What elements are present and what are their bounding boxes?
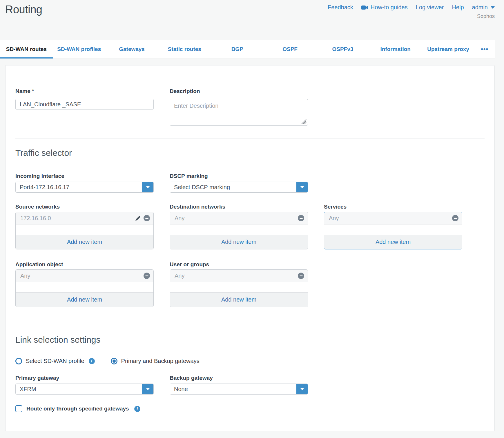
list-item-label: Any <box>20 273 144 279</box>
tab-static-routes[interactable]: Static routes <box>158 40 211 59</box>
destination-networks-label: Destination networks <box>170 204 308 210</box>
traffic-selector-heading: Traffic selector <box>15 148 485 158</box>
incoming-interface-label: Incoming interface <box>15 173 154 179</box>
description-label: Description <box>170 88 308 94</box>
source-networks-field: Source networks 172.16.16.0 Add new item <box>15 204 154 249</box>
routing-page: Routing Feedback How-to guides Log viewe… <box>0 0 504 438</box>
list-item: Any <box>170 270 308 282</box>
destination-networks-listbox: Any Add new item <box>170 212 308 249</box>
add-new-item-button[interactable]: Add new item <box>324 235 462 249</box>
user-or-groups-label: User or groups <box>170 261 308 268</box>
primary-gateway-label: Primary gateway <box>15 375 154 381</box>
list-empty-area <box>16 225 153 235</box>
remove-icon[interactable] <box>144 215 150 221</box>
application-object-field: Application object Any Add new item <box>15 261 154 307</box>
tenant-label: Sophos <box>477 13 495 19</box>
name-field-group: Name * <box>15 88 154 127</box>
list-item-label: 172.16.16.0 <box>20 215 135 222</box>
feedback-link[interactable]: Feedback <box>328 4 353 11</box>
list-empty-area <box>16 282 153 292</box>
services-listbox: Any Add new item <box>324 212 462 249</box>
link-selection-options: Select SD-WAN profile i Primary and Back… <box>15 358 485 364</box>
radio-label: Primary and Backup gateways <box>121 358 200 364</box>
section-divider <box>15 327 485 327</box>
caret-down-icon <box>146 388 150 390</box>
services-field: Services Any Add new item <box>324 204 462 249</box>
list-item-label: Any <box>329 215 452 222</box>
tab-upstream-proxy[interactable]: Upstream proxy <box>422 40 475 59</box>
radio-option-primary-backup: Primary and Backup gateways <box>111 358 200 364</box>
section-divider <box>15 138 485 138</box>
header-links: Feedback How-to guides Log viewer Help a… <box>328 4 495 11</box>
admin-menu[interactable]: admin <box>472 4 495 11</box>
application-object-label: Application object <box>15 261 154 268</box>
route-only-checkbox[interactable] <box>15 405 22 412</box>
dropdown-button[interactable] <box>142 384 154 395</box>
destination-networks-field: Destination networks Any Add new item <box>170 204 308 249</box>
primary-gateway-field: Primary gateway XFRM <box>15 375 154 395</box>
incoming-interface-select[interactable]: Port4-172.16.16.17 <box>15 182 154 193</box>
page-header: Routing Feedback How-to guides Log viewe… <box>0 0 504 40</box>
sd-wan-route-form: Name * Description Traffic selector <box>5 65 495 431</box>
add-new-item-button[interactable]: Add new item <box>16 235 153 249</box>
list-empty-area <box>170 225 308 235</box>
radio-sdwan-profile[interactable] <box>15 358 22 364</box>
route-only-option: Route only through specified gateways i <box>15 405 485 412</box>
howto-guides-link[interactable]: How-to guides <box>361 4 408 11</box>
info-icon[interactable]: i <box>134 406 140 412</box>
list-item: 172.16.16.0 <box>16 212 153 225</box>
description-textarea[interactable] <box>170 99 308 126</box>
tab-gateways[interactable]: Gateways <box>106 40 158 59</box>
tab-sd-wan-routes[interactable]: SD-WAN routes <box>0 40 53 59</box>
radio-primary-backup-gateways[interactable] <box>111 358 117 364</box>
page-title: Routing <box>5 3 42 16</box>
caret-down-icon <box>146 186 150 188</box>
list-empty-area <box>324 225 462 235</box>
description-field-group: Description <box>170 88 308 127</box>
tab-overflow-menu[interactable]: ••• <box>474 40 495 59</box>
application-object-listbox: Any Add new item <box>15 269 154 307</box>
tab-ospf[interactable]: OSPF <box>264 40 316 59</box>
dscp-marking-select[interactable]: Select DSCP marking <box>170 182 308 193</box>
radio-label: Select SD-WAN profile <box>26 358 84 364</box>
tab-bgp[interactable]: BGP <box>211 40 264 59</box>
source-networks-label: Source networks <box>15 204 154 210</box>
add-new-item-button[interactable]: Add new item <box>170 235 308 249</box>
name-input[interactable] <box>15 99 154 110</box>
edit-icon[interactable] <box>135 215 141 221</box>
help-link[interactable]: Help <box>452 4 464 11</box>
list-item: Any <box>324 212 462 225</box>
source-networks-listbox: 172.16.16.0 Add new item <box>15 212 154 249</box>
list-item-label: Any <box>175 215 298 222</box>
remove-icon[interactable] <box>298 215 304 221</box>
name-label: Name * <box>15 88 154 94</box>
video-camera-icon <box>361 5 368 10</box>
resize-handle-icon[interactable] <box>300 118 307 125</box>
list-item: Any <box>16 270 153 282</box>
backup-gateway-select[interactable]: None <box>170 384 308 395</box>
link-selection-heading: Link selection settings <box>15 335 485 345</box>
caret-down-icon <box>300 388 304 390</box>
list-empty-area <box>170 282 308 292</box>
chevron-down-icon <box>491 6 495 9</box>
caret-down-icon <box>300 186 304 188</box>
dscp-marking-label: DSCP marking <box>170 173 308 179</box>
dropdown-button[interactable] <box>142 182 154 193</box>
radio-option-sdwan-profile: Select SD-WAN profile i <box>15 358 95 364</box>
user-or-groups-listbox: Any Add new item <box>170 269 308 307</box>
add-new-item-button[interactable]: Add new item <box>16 292 153 307</box>
tab-ospfv3[interactable]: OSPFv3 <box>316 40 369 59</box>
tab-information[interactable]: Information <box>369 40 422 59</box>
add-new-item-button[interactable]: Add new item <box>170 292 308 307</box>
primary-gateway-select[interactable]: XFRM <box>15 384 154 395</box>
tab-sd-wan-profiles[interactable]: SD-WAN profiles <box>53 40 106 59</box>
log-viewer-link[interactable]: Log viewer <box>416 4 444 11</box>
dropdown-button[interactable] <box>296 384 308 395</box>
backup-gateway-field: Backup gateway None <box>170 375 308 395</box>
remove-icon[interactable] <box>144 273 150 279</box>
dropdown-button[interactable] <box>296 182 308 193</box>
incoming-interface-field: Incoming interface Port4-172.16.16.17 <box>15 173 154 193</box>
info-icon[interactable]: i <box>89 358 95 364</box>
remove-icon[interactable] <box>298 273 304 279</box>
remove-icon[interactable] <box>452 215 458 221</box>
